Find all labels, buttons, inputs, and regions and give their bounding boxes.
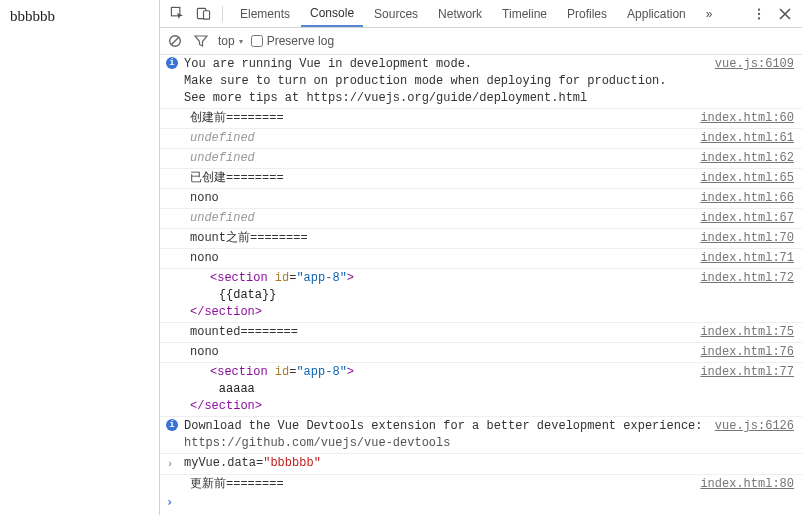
log-source-link[interactable]: index.html:65 [700, 170, 802, 187]
device-icon[interactable] [192, 3, 214, 25]
context-selector[interactable]: top ▾ [218, 34, 243, 48]
log-message: Download the Vue Devtools extension for … [184, 418, 715, 452]
svg-point-5 [758, 17, 760, 19]
svg-line-7 [171, 37, 179, 45]
clear-console-icon[interactable] [166, 32, 184, 50]
preserve-log-checkbox[interactable] [251, 35, 263, 47]
log-gutter [160, 210, 184, 211]
toolbar-separator [222, 6, 223, 22]
log-gutter [160, 250, 184, 251]
input-arrow-icon: › [167, 456, 177, 473]
log-gutter: i [160, 418, 184, 431]
log-source-link[interactable]: index.html:71 [700, 250, 802, 267]
info-icon: i [166, 57, 178, 69]
log-message: 已创建======== [190, 170, 700, 187]
tab-console[interactable]: Console [301, 0, 363, 27]
filter-icon[interactable] [192, 32, 210, 50]
context-label: top [218, 34, 235, 48]
console-log-list[interactable]: iYou are running Vue in development mode… [160, 55, 802, 493]
log-gutter: › [160, 455, 184, 473]
log-row: nonoindex.html:71 [160, 249, 802, 269]
log-row: undefinedindex.html:62 [160, 149, 802, 169]
log-gutter [160, 130, 184, 131]
page-body: bbbbbb [0, 0, 159, 515]
svg-rect-2 [203, 11, 209, 19]
info-icon: i [166, 419, 178, 431]
log-message: 更新前======== [190, 476, 700, 493]
log-message: nono [190, 344, 700, 361]
log-message: mounted======== [190, 324, 700, 341]
log-message: undefined [190, 130, 700, 147]
log-gutter [160, 324, 184, 325]
log-gutter [160, 270, 184, 271]
tab-elements[interactable]: Elements [231, 0, 299, 27]
log-message: 创建前======== [190, 110, 700, 127]
log-source-link[interactable]: index.html:75 [700, 324, 802, 341]
log-row: mounted========index.html:75 [160, 323, 802, 343]
inspect-icon[interactable] [166, 3, 188, 25]
console-toolbar: top ▾ Preserve log [160, 28, 802, 55]
log-gutter: i [160, 56, 184, 69]
page-text: bbbbbb [10, 8, 149, 25]
log-source-link[interactable]: index.html:67 [700, 210, 802, 227]
log-source-link[interactable]: index.html:76 [700, 344, 802, 361]
log-message: undefined [190, 210, 700, 227]
log-row: nonoindex.html:66 [160, 189, 802, 209]
devtools-toolbar: Elements Console Sources Network Timelin… [160, 0, 802, 28]
log-row: 创建前========index.html:60 [160, 109, 802, 129]
tab-timeline[interactable]: Timeline [493, 0, 556, 27]
menu-icon[interactable] [748, 3, 770, 25]
log-message: <section id="app-8"> aaaaa </section> [190, 364, 700, 415]
log-row: undefinedindex.html:61 [160, 129, 802, 149]
log-row-info: iYou are running Vue in development mode… [160, 55, 802, 109]
log-message: You are running Vue in development mode.… [184, 56, 715, 107]
preserve-log-toggle[interactable]: Preserve log [251, 34, 334, 48]
log-message: nono [190, 250, 700, 267]
log-message: myVue.data="bbbbbb" [184, 455, 802, 472]
log-gutter [160, 150, 184, 151]
log-source-link[interactable]: index.html:80 [700, 476, 802, 493]
devtools-panel: Elements Console Sources Network Timelin… [159, 0, 802, 515]
log-row: <section id="app-8"> aaaaa </section>ind… [160, 363, 802, 417]
close-icon[interactable] [774, 3, 796, 25]
log-gutter [160, 110, 184, 111]
log-gutter [160, 170, 184, 171]
log-message: nono [190, 190, 700, 207]
log-source-link[interactable]: index.html:70 [700, 230, 802, 247]
log-source-link[interactable]: vue.js:6126 [715, 418, 802, 435]
log-source-link[interactable]: index.html:61 [700, 130, 802, 147]
log-row: mount之前========index.html:70 [160, 229, 802, 249]
log-message: <section id="app-8"> {{data}} </section> [190, 270, 700, 321]
log-gutter [160, 344, 184, 345]
chevron-down-icon: ▾ [239, 37, 243, 46]
log-source-link[interactable]: index.html:72 [700, 270, 802, 287]
log-row-input: ›myVue.data="bbbbbb" [160, 454, 802, 475]
log-row: 更新前========index.html:80 [160, 475, 802, 493]
log-source-link[interactable]: index.html:62 [700, 150, 802, 167]
devtools-tabbar: Elements Console Sources Network Timelin… [231, 0, 721, 27]
log-gutter [160, 230, 184, 231]
log-source-link[interactable]: index.html:60 [700, 110, 802, 127]
console-input[interactable] [179, 495, 798, 509]
log-row-info: iDownload the Vue Devtools extension for… [160, 417, 802, 454]
tab-application[interactable]: Application [618, 0, 695, 27]
log-source-link[interactable]: vue.js:6109 [715, 56, 802, 73]
log-row: 已创建========index.html:65 [160, 169, 802, 189]
tab-network[interactable]: Network [429, 0, 491, 27]
log-message: mount之前======== [190, 230, 700, 247]
log-row: nonoindex.html:76 [160, 343, 802, 363]
log-gutter [160, 364, 184, 365]
log-row: <section id="app-8"> {{data}} </section>… [160, 269, 802, 323]
log-message: undefined [190, 150, 700, 167]
log-gutter [160, 190, 184, 191]
console-prompt[interactable]: › [160, 493, 802, 515]
tab-sources[interactable]: Sources [365, 0, 427, 27]
log-source-link[interactable]: index.html:77 [700, 364, 802, 381]
prompt-glyph-icon: › [164, 495, 179, 509]
preserve-log-label: Preserve log [267, 34, 334, 48]
log-gutter [160, 476, 184, 477]
log-source-link[interactable]: index.html:66 [700, 190, 802, 207]
tab-profiles[interactable]: Profiles [558, 0, 616, 27]
tabs-overflow[interactable]: » [697, 0, 722, 27]
svg-point-4 [758, 12, 760, 14]
